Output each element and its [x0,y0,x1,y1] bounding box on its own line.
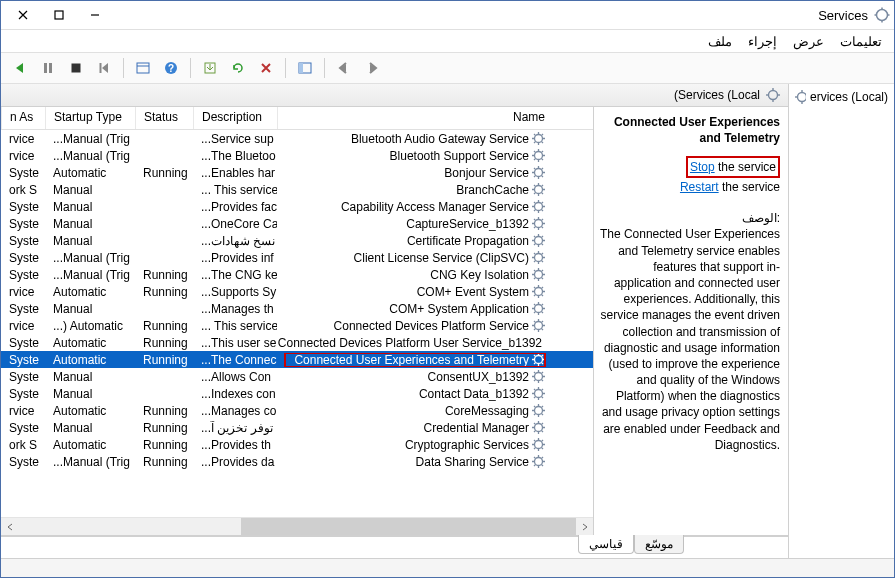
cell-desc: ...Indexes con [193,387,277,401]
service-row[interactable]: SysteManual...Allows ConConsentUX_b1392 [1,368,593,385]
cell-startup: Manual [45,234,135,248]
service-row[interactable]: SysteAutomaticRunning...The ConnecConnec… [1,351,593,368]
tree-root[interactable]: ervices (Local) [791,88,892,106]
tb-help[interactable]: ? [158,55,184,81]
tb-refresh[interactable] [225,55,251,81]
cell-startup: Automatic [45,285,135,299]
service-row[interactable]: SysteManual...Manages thCOM+ System Appl… [1,300,593,317]
service-row[interactable]: SysteAutomaticRunning...Enables harBonjo… [1,164,593,181]
service-name-label: Cryptographic Services [405,438,529,452]
service-row[interactable]: Syste...Manual (TrigRunning...The CNG ke… [1,266,593,283]
service-name-label: COM+ System Application [389,302,529,316]
services-window: Services ملف إجراء عرض تعليمات ? [0,0,895,578]
cell-logon: Syste [1,234,45,248]
service-row[interactable]: SysteManual...OneCore CaCaptureService_b… [1,215,593,232]
svg-line-34 [542,142,543,143]
cell-status: Running [135,353,193,367]
scroll-right-icon[interactable] [576,518,593,535]
tb-back[interactable] [359,55,385,81]
svg-line-36 [534,142,535,143]
svg-line-169 [542,397,543,398]
cell-status: Running [135,166,193,180]
tb-play[interactable] [7,55,33,81]
svg-line-133 [542,329,543,330]
panel-icon [298,61,312,75]
tb-forward[interactable] [331,55,357,81]
gear-icon [532,200,545,213]
service-name-label: Connected Devices Platform Service [334,319,529,333]
svg-line-90 [534,244,535,245]
svg-line-79 [542,227,543,228]
cell-name: Connected User Experiences and Telemetry [277,353,553,367]
svg-line-180 [534,414,535,415]
svg-rect-11 [137,63,149,73]
main-header-label: (Services (Local [674,88,760,102]
service-row[interactable]: SysteAutomaticRunning...This user seConn… [1,334,593,351]
tb-export[interactable] [197,55,223,81]
export-icon [203,61,217,75]
cell-startup: Manual [45,183,135,197]
svg-point-55 [535,186,543,194]
service-row[interactable]: Syste...Manual (Trig...Provides infClien… [1,249,593,266]
svg-line-71 [542,202,543,203]
tab-standard[interactable]: قياسي [578,535,634,554]
service-row[interactable]: rvice...Manual (Trig...The BluetooBlueto… [1,147,593,164]
svg-point-127 [535,322,543,330]
service-row[interactable]: Syste...Manual (TrigRunning...Provides d… [1,453,593,470]
gear-icon [532,370,545,383]
menu-view[interactable]: عرض [793,34,824,49]
minimize-icon [90,10,100,20]
tb-stop[interactable] [63,55,89,81]
tab-extended[interactable]: موسّع [634,535,684,554]
cell-logon: Syste [1,336,45,350]
col-status[interactable]: Status [135,107,193,129]
col-desc[interactable]: Description [193,107,277,129]
svg-line-35 [542,134,543,135]
col-name[interactable]: Name [277,107,553,129]
cell-status: Running [135,404,193,418]
cell-logon: rvice [1,319,45,333]
service-row[interactable]: SysteManualRunning...توفر تخزين آCredent… [1,419,593,436]
restart-service-link[interactable]: Restart [680,180,719,194]
service-row[interactable]: rviceAutomaticRunning...Supports SyCOM+ … [1,283,593,300]
grid-hscroll[interactable] [1,517,593,535]
maximize-button[interactable] [41,3,77,27]
col-logon[interactable]: n As [1,107,45,129]
svg-line-70 [542,210,543,211]
service-row[interactable]: SysteManual...نسخ شهاداتCertificate Prop… [1,232,593,249]
service-row[interactable]: SysteManual...Indexes conContact Data_b1… [1,385,593,402]
menu-help[interactable]: تعليمات [840,34,882,49]
tb-restart[interactable] [91,55,117,81]
svg-line-125 [542,304,543,305]
menu-action[interactable]: إجراء [748,34,777,49]
cell-desc: ...Manages th [193,302,277,316]
tb-pause[interactable] [35,55,61,81]
col-startup[interactable]: Startup Type [45,107,135,129]
service-row[interactable]: ork SAutomaticRunning...Provides thCrypt… [1,436,593,453]
svg-point-172 [535,407,543,415]
tb-delete[interactable] [253,55,279,81]
cell-name: ConsentUX_b1392 [277,370,553,384]
minimize-button[interactable] [77,3,113,27]
svg-line-63 [534,193,535,194]
close-button[interactable] [5,3,41,27]
cell-startup: Automatic [45,336,135,350]
cell-logon: rvice [1,149,45,163]
svg-line-188 [542,423,543,424]
scroll-left-icon[interactable] [1,518,18,535]
service-name-label: Connected User Experiences and Telemetry [294,353,529,367]
cell-logon: rvice [1,404,45,418]
service-row[interactable]: SysteManual...Provides facCapability Acc… [1,198,593,215]
service-row[interactable]: rvice...) AutomaticRunning... This servi… [1,317,593,334]
gear-icon [532,217,545,230]
service-row[interactable]: rvice...Manual (Trig...Service supBlueto… [1,130,593,147]
service-row[interactable]: ork SManual... This serviceBranchCache [1,181,593,198]
service-row[interactable]: rviceAutomaticRunning...Manages coCoreMe… [1,402,593,419]
menu-file[interactable]: ملف [708,34,732,49]
svg-rect-9 [72,64,81,73]
cell-logon: Syste [1,217,45,231]
scroll-thumb[interactable] [241,518,576,535]
tb-properties[interactable] [130,55,156,81]
tb-show-hide[interactable] [292,55,318,81]
stop-service-link[interactable]: Stop [690,160,715,174]
